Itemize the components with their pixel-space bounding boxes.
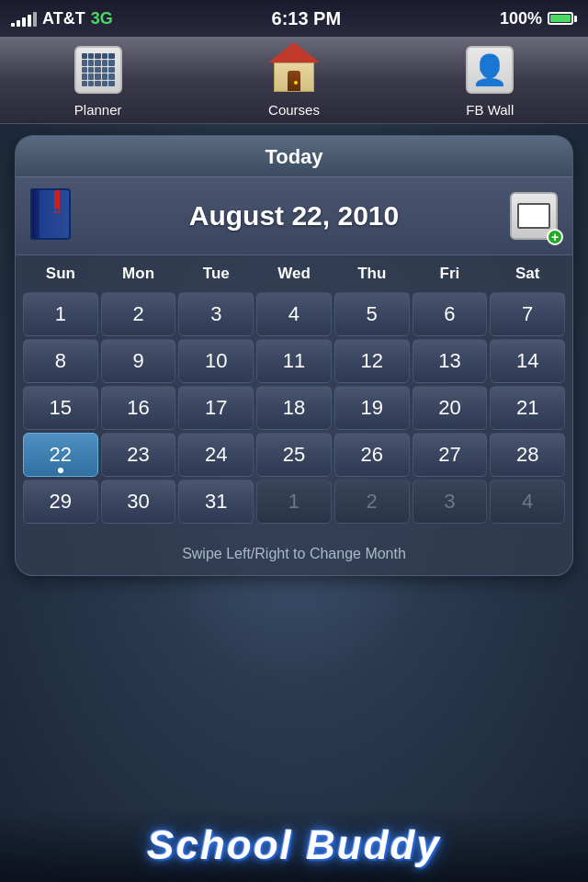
cal-day-2[interactable]: 2 xyxy=(101,292,176,336)
cal-day-6[interactable]: 6 xyxy=(413,292,488,336)
status-right: 100% xyxy=(500,9,577,28)
cal-day-3[interactable]: 3 xyxy=(178,292,254,336)
cal-day-18[interactable]: 18 xyxy=(256,386,332,430)
cal-day-26[interactable]: 26 xyxy=(334,433,410,477)
tab-planner[interactable]: Planner xyxy=(0,42,196,118)
cal-day-28[interactable]: 28 xyxy=(490,433,565,477)
cal-day-14[interactable]: 14 xyxy=(490,339,565,383)
main-content: Today August 22, 2010 + Sun Mon Tue We xyxy=(0,124,588,587)
today-label: Today xyxy=(265,145,322,168)
cal-day-8[interactable]: 8 xyxy=(23,339,98,383)
cal-day-17[interactable]: 17 xyxy=(178,386,254,430)
cal-day-next-4[interactable]: 4 xyxy=(490,480,565,524)
signal-bar-5 xyxy=(33,12,37,27)
cal-day-next-3[interactable]: 3 xyxy=(413,480,488,524)
battery-icon xyxy=(548,12,577,25)
tab-courses[interactable]: Courses xyxy=(196,42,391,118)
signal-bar-3 xyxy=(22,17,26,27)
tab-bar: Planner Courses 👤 FB Wall xyxy=(0,37,588,124)
cal-day-23[interactable]: 23 xyxy=(101,433,176,477)
calendar-card: Today August 22, 2010 + Sun Mon Tue We xyxy=(15,135,573,576)
cal-day-1[interactable]: 1 xyxy=(23,292,98,336)
signal-bar-2 xyxy=(17,20,20,27)
cal-day-15[interactable]: 15 xyxy=(23,386,98,430)
day-header-fri: Fri xyxy=(413,259,488,288)
cal-day-7[interactable]: 7 xyxy=(490,292,565,336)
swipe-hint: Swipe Left/Right to Change Month xyxy=(16,531,572,575)
cal-day-5[interactable]: 5 xyxy=(334,292,410,336)
today-dot xyxy=(58,468,63,473)
cal-day-29[interactable]: 29 xyxy=(23,480,98,524)
network-label: 3G xyxy=(91,9,113,28)
day-header-sat: Sat xyxy=(490,259,565,288)
cal-day-11[interactable]: 11 xyxy=(256,339,332,383)
day-headers: Sun Mon Tue Wed Thu Fri Sat xyxy=(23,259,565,288)
add-event-button[interactable]: + xyxy=(510,192,558,240)
status-left: AT&T 3G xyxy=(11,9,113,28)
fbwall-tab-label: FB Wall xyxy=(466,102,514,118)
day-header-tue: Tue xyxy=(178,259,254,288)
cal-day-9[interactable]: 9 xyxy=(101,339,176,383)
calendar-grid: Sun Mon Tue Wed Thu Fri Sat 1 2 3 4 5 6 … xyxy=(16,255,572,531)
cal-day-10[interactable]: 10 xyxy=(178,339,254,383)
signal-bars xyxy=(11,10,37,27)
cal-day-30[interactable]: 30 xyxy=(101,480,176,524)
day-header-sun: Sun xyxy=(23,259,98,288)
book-icon xyxy=(30,188,78,243)
cal-day-31[interactable]: 31 xyxy=(178,480,254,524)
day-header-mon: Mon xyxy=(101,259,176,288)
courses-icon xyxy=(268,42,320,97)
cal-day-22[interactable]: 22 xyxy=(23,433,98,477)
add-plus-icon: + xyxy=(547,229,563,245)
tab-fbwall[interactable]: 👤 FB Wall xyxy=(392,42,588,118)
cal-day-27[interactable]: 27 xyxy=(413,433,488,477)
cal-day-20[interactable]: 20 xyxy=(413,386,488,430)
courses-tab-label: Courses xyxy=(268,102,320,118)
cal-day-next-2[interactable]: 2 xyxy=(334,480,410,524)
day-header-wed: Wed xyxy=(256,259,332,288)
signal-bar-4 xyxy=(28,15,31,27)
day-header-thu: Thu xyxy=(334,259,410,288)
carrier-label: AT&T xyxy=(42,9,85,28)
bottom-brand: School Buddy xyxy=(0,808,588,882)
date-text: August 22, 2010 xyxy=(189,200,399,232)
fbwall-icon: 👤 xyxy=(466,46,514,94)
person-icon: 👤 xyxy=(471,52,508,87)
cal-day-21[interactable]: 21 xyxy=(490,386,565,430)
status-bar: AT&T 3G 6:13 PM 100% xyxy=(0,0,588,37)
brand-text: School Buddy xyxy=(147,822,441,868)
cal-day-13[interactable]: 13 xyxy=(413,339,488,383)
planner-icon xyxy=(74,46,122,94)
cal-day-25[interactable]: 25 xyxy=(256,433,332,477)
calendar-days: 1 2 3 4 5 6 7 8 9 10 11 12 13 14 15 16 1… xyxy=(23,292,565,524)
battery-percent: 100% xyxy=(500,9,542,28)
fbwall-icon-wrapper: 👤 xyxy=(462,42,517,97)
cal-day-19[interactable]: 19 xyxy=(334,386,410,430)
planner-icon-wrapper xyxy=(71,42,126,97)
cal-day-12[interactable]: 12 xyxy=(334,339,410,383)
cal-day-24[interactable]: 24 xyxy=(178,433,254,477)
today-header: Today xyxy=(16,136,572,177)
signal-bar-1 xyxy=(11,23,15,27)
courses-icon-wrapper xyxy=(266,42,322,97)
date-row: August 22, 2010 + xyxy=(16,177,572,255)
cal-day-16[interactable]: 16 xyxy=(101,386,176,430)
time-display: 6:13 PM xyxy=(272,8,342,29)
planner-tab-label: Planner xyxy=(74,102,122,118)
cal-day-4[interactable]: 4 xyxy=(256,292,332,336)
cal-day-next-1[interactable]: 1 xyxy=(256,480,332,524)
